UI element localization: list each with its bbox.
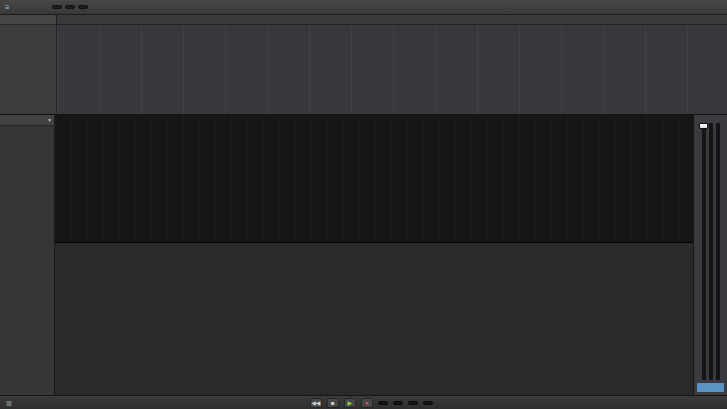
menu-icon[interactable]: ≡: [5, 3, 10, 12]
mixer-console: ▾: [0, 115, 727, 395]
record-button[interactable]: ●: [361, 398, 373, 408]
quantize-display[interactable]: [78, 5, 88, 9]
play-button[interactable]: ▶: [344, 398, 356, 408]
performance-meter-icon[interactable]: ▥: [6, 399, 12, 406]
arrange-view: [0, 15, 727, 115]
position-display[interactable]: [378, 401, 388, 405]
tempo-display[interactable]: [52, 5, 62, 9]
channel-list: [0, 126, 54, 395]
master-meter-left: [709, 123, 713, 380]
master-section: [693, 115, 727, 395]
arrange-timeline: [57, 15, 727, 114]
timesig-readout[interactable]: [423, 401, 433, 405]
master-fader-track[interactable]: [702, 123, 706, 380]
filter-icon[interactable]: ▾: [48, 115, 51, 125]
master-fader-handle[interactable]: [699, 123, 708, 129]
rewind-button[interactable]: ◀◀: [310, 398, 322, 408]
track-lanes: [57, 25, 727, 114]
mixer-fader-band: [55, 243, 693, 395]
status-bar: ▥ ◀◀ ■ ▶ ●: [0, 395, 727, 409]
track-headers: [0, 25, 56, 114]
mixer-strips-area: [55, 115, 693, 395]
master-fader-zone: [697, 121, 724, 382]
toolbar: ≡: [0, 0, 727, 15]
daw-window: ≡ ▾: [0, 0, 727, 409]
track-header-column: [0, 15, 57, 114]
mixer-upper-band: [55, 115, 693, 243]
arrange-corner-label: [0, 15, 56, 25]
master-meter-right: [716, 123, 720, 380]
section-ruler: [57, 15, 727, 25]
channel-list-header: ▾: [0, 115, 54, 126]
channel-list-panel: ▾: [0, 115, 55, 395]
stop-button[interactable]: ■: [327, 398, 339, 408]
master-label: [697, 383, 724, 392]
toolbar-displays: [52, 5, 88, 9]
timecode-display[interactable]: [393, 401, 403, 405]
tempo-readout[interactable]: [408, 401, 418, 405]
timesig-display[interactable]: [65, 5, 75, 9]
